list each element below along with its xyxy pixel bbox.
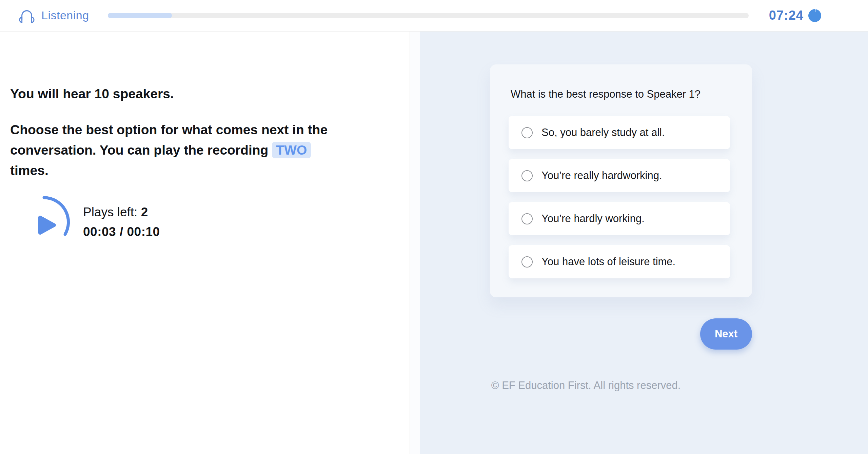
test-progress-bar [108, 13, 749, 18]
timer-text: 07:24 [769, 8, 804, 23]
plays-allowed-highlight: TWO [272, 142, 311, 158]
radio-icon[interactable] [521, 256, 533, 268]
task-heading: You will hear 10 speakers. [10, 86, 379, 102]
radio-icon[interactable] [521, 170, 533, 181]
headphones-icon [19, 8, 35, 23]
next-button[interactable]: Next [700, 318, 752, 350]
options-list: So, you barely study at all. You’re real… [509, 116, 730, 278]
timer-pie-icon [808, 9, 821, 22]
option-label: You’re really hardworking. [541, 170, 662, 182]
task-instruction: Choose the best option for what comes ne… [10, 120, 353, 181]
audio-time: 00:03 / 00:10 [83, 223, 160, 240]
option-4[interactable]: You have lots of leisure time. [509, 245, 730, 278]
option-3[interactable]: You’re hardly working. [509, 202, 730, 235]
plays-left-label: Plays left: [83, 205, 141, 219]
section-label: Listening [41, 9, 89, 22]
next-button-row: Next [420, 318, 752, 350]
question-panel: What is the best response to Speaker 1? … [420, 32, 868, 454]
play-button[interactable] [22, 195, 71, 249]
plays-left-value: 2 [141, 205, 148, 219]
instructions-panel: You will hear 10 speakers. Choose the be… [0, 32, 410, 454]
option-label: You’re hardly working. [541, 213, 645, 225]
copyright-footer: © EF Education First. All rights reserve… [420, 379, 752, 392]
radio-icon[interactable] [521, 127, 533, 138]
main-area: You will hear 10 speakers. Choose the be… [0, 32, 868, 454]
option-1[interactable]: So, you barely study at all. [509, 116, 730, 149]
audio-player: Plays left: 2 00:03 / 00:10 [10, 195, 379, 249]
plays-left: Plays left: 2 [83, 204, 160, 221]
question-card: What is the best response to Speaker 1? … [490, 64, 752, 297]
player-info: Plays left: 2 00:03 / 00:10 [83, 204, 160, 240]
test-progress-fill [108, 13, 172, 18]
option-2[interactable]: You’re really hardworking. [509, 159, 730, 192]
play-icon [40, 217, 54, 233]
option-label: So, you barely study at all. [541, 126, 665, 139]
radio-icon[interactable] [521, 213, 533, 224]
option-label: You have lots of leisure time. [541, 256, 675, 268]
instruction-text-end: times. [10, 163, 48, 178]
panel-divider-gutter [410, 32, 420, 454]
question-title: What is the best response to Speaker 1? [511, 88, 730, 100]
top-bar: Listening 07:24 [0, 0, 868, 32]
countdown-timer: 07:24 [769, 8, 821, 23]
